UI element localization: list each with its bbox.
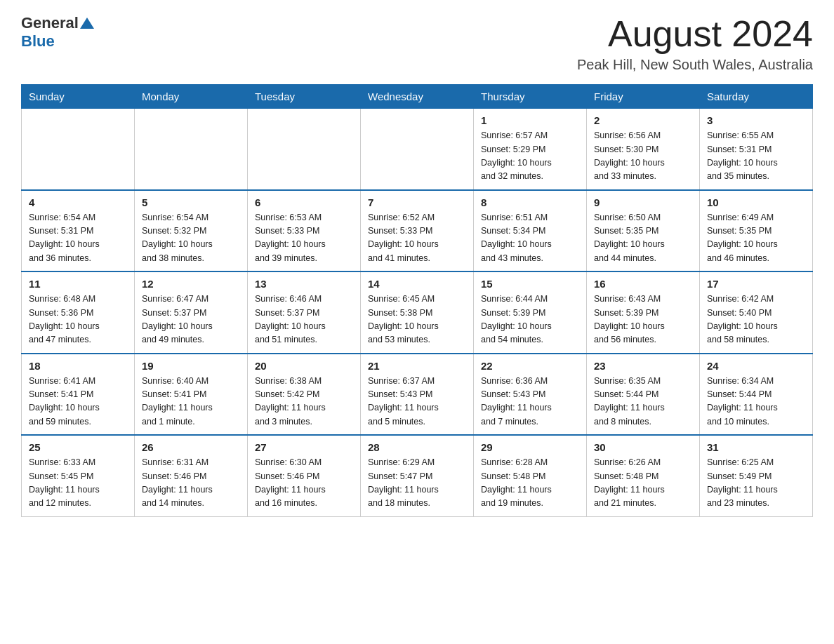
day-number: 21 — [368, 360, 466, 372]
calendar-day-cell: 31Sunrise: 6:25 AMSunset: 5:49 PMDayligh… — [700, 435, 813, 516]
calendar-day-cell: 29Sunrise: 6:28 AMSunset: 5:48 PMDayligh… — [474, 435, 587, 516]
calendar-day-cell: 9Sunrise: 6:50 AMSunset: 5:35 PMDaylight… — [587, 190, 700, 272]
month-title: August 2024 — [577, 14, 813, 54]
day-number: 30 — [594, 441, 692, 453]
day-number: 4 — [29, 196, 127, 208]
calendar-day-cell: 5Sunrise: 6:54 AMSunset: 5:32 PMDaylight… — [135, 190, 248, 272]
day-info: Sunrise: 6:44 AMSunset: 5:39 PMDaylight:… — [481, 293, 579, 347]
day-number: 10 — [707, 196, 805, 208]
calendar-day-cell: 20Sunrise: 6:38 AMSunset: 5:42 PMDayligh… — [248, 354, 361, 436]
day-number: 29 — [481, 441, 579, 453]
calendar-day-cell: 3Sunrise: 6:55 AMSunset: 5:31 PMDaylight… — [700, 109, 813, 190]
calendar-day-cell: 19Sunrise: 6:40 AMSunset: 5:41 PMDayligh… — [135, 354, 248, 436]
calendar-day-cell: 2Sunrise: 6:56 AMSunset: 5:30 PMDaylight… — [587, 109, 700, 190]
calendar-day-cell: 17Sunrise: 6:42 AMSunset: 5:40 PMDayligh… — [700, 271, 813, 354]
header-row: Sunday Monday Tuesday Wednesday Thursday… — [22, 85, 813, 109]
calendar-day-cell — [22, 109, 135, 190]
day-number: 13 — [255, 278, 353, 290]
day-number: 11 — [29, 278, 127, 290]
calendar-day-cell: 12Sunrise: 6:47 AMSunset: 5:37 PMDayligh… — [135, 271, 248, 354]
day-number: 24 — [707, 360, 805, 372]
day-info: Sunrise: 6:41 AMSunset: 5:41 PMDaylight:… — [29, 375, 127, 429]
calendar-table: Sunday Monday Tuesday Wednesday Thursday… — [21, 84, 813, 517]
calendar-week-row: 25Sunrise: 6:33 AMSunset: 5:45 PMDayligh… — [22, 435, 813, 516]
day-info: Sunrise: 6:55 AMSunset: 5:31 PMDaylight:… — [707, 129, 805, 184]
calendar-week-row: 11Sunrise: 6:48 AMSunset: 5:36 PMDayligh… — [22, 271, 813, 354]
day-info: Sunrise: 6:40 AMSunset: 5:41 PMDaylight:… — [142, 375, 240, 429]
day-number: 20 — [255, 360, 353, 372]
calendar-day-cell: 10Sunrise: 6:49 AMSunset: 5:35 PMDayligh… — [700, 190, 813, 272]
calendar-day-cell — [361, 109, 474, 190]
calendar-day-cell: 28Sunrise: 6:29 AMSunset: 5:47 PMDayligh… — [361, 435, 474, 516]
day-number: 3 — [707, 114, 805, 126]
calendar-day-cell: 18Sunrise: 6:41 AMSunset: 5:41 PMDayligh… — [22, 354, 135, 436]
day-info: Sunrise: 6:29 AMSunset: 5:47 PMDaylight:… — [368, 456, 466, 511]
calendar-day-cell: 24Sunrise: 6:34 AMSunset: 5:44 PMDayligh… — [700, 354, 813, 436]
day-number: 14 — [368, 278, 466, 290]
day-info: Sunrise: 6:34 AMSunset: 5:44 PMDaylight:… — [707, 375, 805, 429]
calendar-day-cell: 4Sunrise: 6:54 AMSunset: 5:31 PMDaylight… — [22, 190, 135, 272]
day-number: 26 — [142, 441, 240, 453]
day-number: 12 — [142, 278, 240, 290]
day-number: 17 — [707, 278, 805, 290]
day-number: 1 — [481, 114, 579, 126]
logo-general: General — [21, 14, 79, 32]
day-number: 22 — [481, 360, 579, 372]
day-info: Sunrise: 6:46 AMSunset: 5:37 PMDaylight:… — [255, 293, 353, 347]
calendar-day-cell: 21Sunrise: 6:37 AMSunset: 5:43 PMDayligh… — [361, 354, 474, 436]
logo-blue: Blue — [21, 32, 55, 50]
day-number: 15 — [481, 278, 579, 290]
logo-triangle-icon — [80, 16, 94, 30]
day-info: Sunrise: 6:38 AMSunset: 5:42 PMDaylight:… — [255, 375, 353, 429]
day-info: Sunrise: 6:56 AMSunset: 5:30 PMDaylight:… — [594, 129, 692, 184]
calendar-day-cell: 16Sunrise: 6:43 AMSunset: 5:39 PMDayligh… — [587, 271, 700, 354]
calendar-day-cell: 27Sunrise: 6:30 AMSunset: 5:46 PMDayligh… — [248, 435, 361, 516]
day-info: Sunrise: 6:51 AMSunset: 5:34 PMDaylight:… — [481, 211, 579, 266]
calendar-day-cell: 7Sunrise: 6:52 AMSunset: 5:33 PMDaylight… — [361, 190, 474, 272]
col-saturday: Saturday — [700, 85, 813, 109]
col-thursday: Thursday — [474, 85, 587, 109]
day-info: Sunrise: 6:26 AMSunset: 5:48 PMDaylight:… — [594, 456, 692, 511]
day-info: Sunrise: 6:52 AMSunset: 5:33 PMDaylight:… — [368, 211, 466, 266]
col-monday: Monday — [135, 85, 248, 109]
col-sunday: Sunday — [22, 85, 135, 109]
calendar-day-cell: 14Sunrise: 6:45 AMSunset: 5:38 PMDayligh… — [361, 271, 474, 354]
day-info: Sunrise: 6:47 AMSunset: 5:37 PMDaylight:… — [142, 293, 240, 347]
calendar-day-cell: 15Sunrise: 6:44 AMSunset: 5:39 PMDayligh… — [474, 271, 587, 354]
calendar-day-cell: 25Sunrise: 6:33 AMSunset: 5:45 PMDayligh… — [22, 435, 135, 516]
day-info: Sunrise: 6:35 AMSunset: 5:44 PMDaylight:… — [594, 375, 692, 429]
day-info: Sunrise: 6:28 AMSunset: 5:48 PMDaylight:… — [481, 456, 579, 511]
day-number: 2 — [594, 114, 692, 126]
day-info: Sunrise: 6:54 AMSunset: 5:32 PMDaylight:… — [142, 211, 240, 266]
day-info: Sunrise: 6:36 AMSunset: 5:43 PMDaylight:… — [481, 375, 579, 429]
day-info: Sunrise: 6:42 AMSunset: 5:40 PMDaylight:… — [707, 293, 805, 347]
calendar-day-cell — [135, 109, 248, 190]
day-info: Sunrise: 6:57 AMSunset: 5:29 PMDaylight:… — [481, 129, 579, 184]
day-info: Sunrise: 6:37 AMSunset: 5:43 PMDaylight:… — [368, 375, 466, 429]
day-info: Sunrise: 6:45 AMSunset: 5:38 PMDaylight:… — [368, 293, 466, 347]
day-info: Sunrise: 6:50 AMSunset: 5:35 PMDaylight:… — [594, 211, 692, 266]
calendar-week-row: 4Sunrise: 6:54 AMSunset: 5:31 PMDaylight… — [22, 190, 813, 272]
day-number: 18 — [29, 360, 127, 372]
location-title: Peak Hill, New South Wales, Australia — [577, 57, 813, 73]
day-number: 31 — [707, 441, 805, 453]
day-info: Sunrise: 6:33 AMSunset: 5:45 PMDaylight:… — [29, 456, 127, 511]
day-number: 23 — [594, 360, 692, 372]
calendar-day-cell: 23Sunrise: 6:35 AMSunset: 5:44 PMDayligh… — [587, 354, 700, 436]
day-number: 8 — [481, 196, 579, 208]
day-info: Sunrise: 6:43 AMSunset: 5:39 PMDaylight:… — [594, 293, 692, 347]
col-wednesday: Wednesday — [361, 85, 474, 109]
col-tuesday: Tuesday — [248, 85, 361, 109]
day-info: Sunrise: 6:54 AMSunset: 5:31 PMDaylight:… — [29, 211, 127, 266]
day-number: 28 — [368, 441, 466, 453]
day-number: 5 — [142, 196, 240, 208]
day-number: 27 — [255, 441, 353, 453]
calendar-day-cell: 11Sunrise: 6:48 AMSunset: 5:36 PMDayligh… — [22, 271, 135, 354]
day-info: Sunrise: 6:31 AMSunset: 5:46 PMDaylight:… — [142, 456, 240, 511]
svg-marker-0 — [80, 18, 94, 29]
calendar-day-cell — [248, 109, 361, 190]
day-number: 19 — [142, 360, 240, 372]
calendar-day-cell: 22Sunrise: 6:36 AMSunset: 5:43 PMDayligh… — [474, 354, 587, 436]
calendar-day-cell: 13Sunrise: 6:46 AMSunset: 5:37 PMDayligh… — [248, 271, 361, 354]
day-info: Sunrise: 6:30 AMSunset: 5:46 PMDaylight:… — [255, 456, 353, 511]
